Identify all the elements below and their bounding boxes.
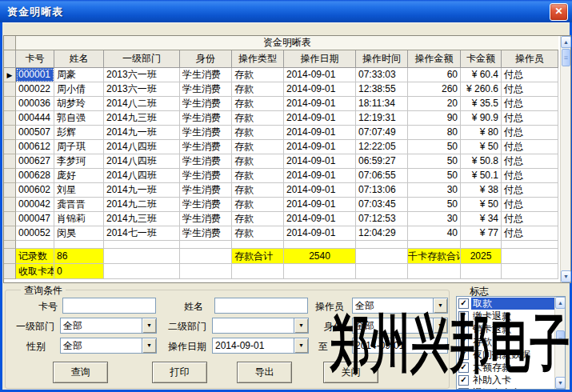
grid-cell[interactable]: 2014九三班 — [104, 212, 180, 226]
table-row[interactable]: 000052闵昊2014七一班学生消费存款2014-09-0112:04:294… — [4, 226, 558, 241]
title-bar[interactable]: 资金明晰表 ✕ — [0, 0, 572, 22]
grid-cell[interactable]: 2014-09-01 — [284, 212, 356, 226]
grid-cell[interactable]: 存款 — [232, 97, 284, 111]
grid-cell[interactable]: 18:11:34 — [356, 97, 408, 111]
grid-cell[interactable]: 学生消费 — [180, 154, 232, 169]
grid-cell[interactable]: 存款 — [232, 198, 284, 212]
grid-cell[interactable]: 付总 — [502, 97, 558, 111]
dept1-select[interactable]: 全部 ▼ — [60, 318, 157, 334]
grid-cell[interactable]: ¥ 34 — [461, 212, 502, 226]
flag-item[interactable]: ✓退还卡本金 — [457, 386, 554, 390]
grid-cell[interactable]: 存款 — [232, 154, 284, 169]
grid-cell[interactable]: 000042 — [16, 198, 54, 212]
grid-cell[interactable]: 郭自强 — [54, 111, 104, 126]
grid-cell[interactable]: 2014-09-01 — [284, 140, 356, 154]
column-header-dept1[interactable]: 一级部门 — [104, 50, 180, 68]
column-header-card-no[interactable]: 卡号 — [16, 50, 54, 68]
grid-cell[interactable]: 50 — [408, 198, 461, 212]
dropdown-arrow-icon[interactable]: ▼ — [142, 318, 156, 333]
grid-cell[interactable]: 付总 — [502, 82, 558, 97]
grid-cell[interactable]: 40 — [408, 226, 461, 241]
table-row[interactable]: 000628庞好2014八四班学生消费存款2014-09-0107:06:555… — [4, 169, 558, 183]
grid-cell[interactable]: 学生消费 — [180, 68, 232, 82]
grid-cell[interactable]: 50 — [408, 140, 461, 154]
grid-cell[interactable]: 2014-09-01 — [284, 82, 356, 97]
grid-cell[interactable]: 2014八四班 — [104, 154, 180, 169]
dept2-select[interactable]: ▼ — [212, 318, 309, 334]
row-selector[interactable] — [4, 198, 16, 212]
grid-cell[interactable]: 000052 — [16, 226, 54, 241]
grid-cell[interactable]: 30 — [408, 183, 461, 198]
column-header-name[interactable]: 姓名 — [54, 50, 104, 68]
grid-cell[interactable]: 12:38:55 — [356, 82, 408, 97]
grid-cell[interactable]: ¥ 38 — [461, 183, 502, 198]
grid-cell[interactable]: ¥ 50.8 — [461, 154, 502, 169]
table-row[interactable]: 000602刘星2014九一班学生消费存款2014-09-0107:13:063… — [4, 183, 558, 198]
grid-cell[interactable]: 周子琪 — [54, 140, 104, 154]
grid-cell[interactable]: 学生消费 — [180, 169, 232, 183]
grid-cell[interactable]: 学生消费 — [180, 111, 232, 126]
dropdown-arrow-icon[interactable]: ▼ — [294, 318, 308, 333]
grid-cell[interactable]: 30 — [408, 212, 461, 226]
grid-cell[interactable]: 2014八二班 — [104, 97, 180, 111]
row-selector[interactable] — [4, 154, 16, 169]
grid-cell[interactable]: 付总 — [502, 68, 558, 82]
grid-cell[interactable]: 07:12:53 — [356, 212, 408, 226]
grid-cell[interactable]: 50 — [408, 154, 461, 169]
grid-cell[interactable]: 2013六一班 — [104, 82, 180, 97]
grid-cell[interactable]: 2014九二班 — [104, 198, 180, 212]
grid-cell[interactable]: 12:04:29 — [356, 226, 408, 241]
grid-cell[interactable]: ¥ 260.6 — [461, 82, 502, 97]
grid-cell[interactable]: 2014九三班 — [104, 111, 180, 126]
grid-cell[interactable]: 2014八四班 — [104, 169, 180, 183]
grid-cell[interactable]: 2014-09-01 — [284, 111, 356, 126]
grid-cell[interactable]: 学生消费 — [180, 82, 232, 97]
grid-cell[interactable]: ¥ 50 — [461, 140, 502, 154]
table-row[interactable]: 000042龚晋晋2014九二班学生消费存款2014-09-0107:03:45… — [4, 198, 558, 212]
dropdown-arrow-icon[interactable]: ▼ — [142, 338, 156, 353]
grid-cell[interactable]: 付总 — [502, 226, 558, 241]
grid-cell[interactable]: 000036 — [16, 97, 54, 111]
grid-cell[interactable]: 07:13:06 — [356, 183, 408, 198]
grid-cell[interactable]: ¥ 50.1 — [461, 169, 502, 183]
table-row[interactable]: 000627李梦珂2014八四班学生消费存款2014-09-0106:59:27… — [4, 154, 558, 169]
grid-cell[interactable]: ¥ 80 — [461, 126, 502, 140]
grid-cell[interactable]: ¥ 60.4 — [461, 68, 502, 82]
column-header-op-amount[interactable]: 操作金额 — [408, 50, 461, 68]
grid-cell[interactable]: 000022 — [16, 82, 54, 97]
grid-cell[interactable]: 闵昊 — [54, 226, 104, 241]
grid-cell[interactable]: 存款 — [232, 212, 284, 226]
name-input[interactable] — [214, 298, 308, 314]
grid-cell[interactable]: 2014-09-01 — [284, 126, 356, 140]
row-selector[interactable] — [4, 111, 16, 126]
grid-cell[interactable]: 000602 — [16, 183, 54, 198]
row-selector[interactable] — [4, 169, 16, 183]
grid-cell[interactable]: 2014七一班 — [104, 226, 180, 241]
grid-cell[interactable]: 存款 — [232, 68, 284, 82]
grid-cell[interactable]: 000507 — [16, 126, 54, 140]
grid-cell[interactable]: 2013六一班 — [104, 68, 180, 82]
grid-cell[interactable]: 存款 — [232, 82, 284, 97]
grid-cell[interactable]: 000612 — [16, 140, 54, 154]
grid-cell[interactable]: 90 — [408, 111, 461, 126]
grid-cell[interactable]: 80 — [408, 126, 461, 140]
row-selector[interactable] — [4, 126, 16, 140]
grid-cell[interactable]: 20 — [408, 97, 461, 111]
grid-cell[interactable]: 存款 — [232, 183, 284, 198]
grid-cell[interactable]: 2014-09-01 — [284, 198, 356, 212]
grid-vertical-scrollbar[interactable]: ▲ ▼ — [560, 36, 570, 282]
row-selector[interactable] — [4, 97, 16, 111]
table-row[interactable]: 000444郭自强2014九三班学生消费存款2014-09-0112:19:31… — [4, 111, 558, 126]
grid-cell[interactable]: 学生消费 — [180, 198, 232, 212]
grid-cell[interactable]: 周豪 — [54, 68, 104, 82]
grid-cell[interactable]: 学生消费 — [180, 126, 232, 140]
column-header-op-type[interactable]: 操作类型 — [232, 50, 284, 68]
grid-cell[interactable]: 彭辉 — [54, 126, 104, 140]
grid-cell[interactable]: 龚晋晋 — [54, 198, 104, 212]
grid-cell[interactable]: 付总 — [502, 126, 558, 140]
grid-cell[interactable]: 胡梦玲 — [54, 97, 104, 111]
row-selector[interactable] — [4, 183, 16, 198]
table-row[interactable]: 000612周子琪2014八四班学生消费存款2014-09-0112:22:05… — [4, 140, 558, 154]
grid-cell[interactable]: 50 — [408, 169, 461, 183]
grid-cell[interactable]: 学生消费 — [180, 183, 232, 198]
